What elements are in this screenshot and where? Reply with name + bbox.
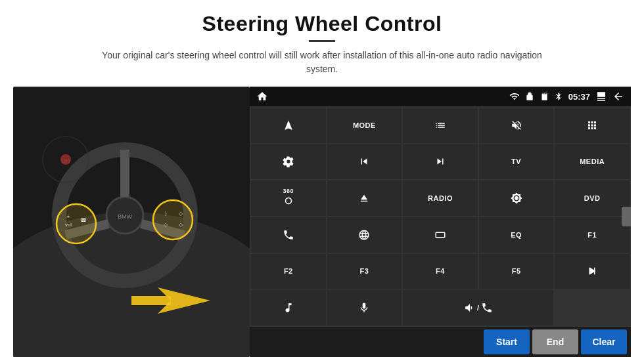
btn-mic[interactable] <box>327 290 402 326</box>
btn-f2[interactable]: F2 <box>251 254 326 289</box>
svg-point-12 <box>153 200 193 240</box>
window-icon <box>595 91 607 102</box>
bottom-bar: Start End Clear <box>250 327 631 357</box>
btn-mute[interactable] <box>479 108 554 143</box>
btn-playpause[interactable] <box>555 254 630 289</box>
radio-panel: 05:37 MODE <box>250 87 631 357</box>
btn-f5[interactable]: F5 <box>479 254 554 289</box>
status-left <box>256 91 268 102</box>
svg-text:◇: ◇ <box>179 211 183 217</box>
btn-navigate[interactable] <box>251 108 326 143</box>
page-title: Steering Wheel Control <box>26 12 618 36</box>
home-status-icon <box>256 91 268 102</box>
start-button[interactable]: Start <box>484 329 530 354</box>
scroll-handle[interactable] <box>622 207 631 226</box>
sd-card-icon <box>540 92 549 101</box>
btn-f1[interactable]: F1 <box>555 217 630 253</box>
btn-list[interactable] <box>403 108 478 143</box>
svg-text:☎: ☎ <box>80 217 87 223</box>
button-grid: MODE <box>250 106 631 327</box>
btn-f3[interactable]: F3 <box>327 254 402 289</box>
btn-eject[interactable] <box>327 180 402 216</box>
btn-tv[interactable]: TV <box>479 144 554 180</box>
svg-text:+: + <box>66 213 70 220</box>
header-section: Steering Wheel Control Your original car… <box>0 0 644 81</box>
svg-text:BMW: BMW <box>118 213 133 220</box>
svg-text:◇: ◇ <box>164 222 168 228</box>
status-bar: 05:37 <box>250 87 631 106</box>
btn-settings[interactable] <box>251 144 326 180</box>
title-divider <box>309 40 335 42</box>
btn-mode[interactable]: MODE <box>327 108 402 143</box>
subtitle: Your original car's steering wheel contr… <box>92 49 552 76</box>
svg-point-8 <box>57 204 96 243</box>
btn-apps[interactable] <box>555 108 630 143</box>
btn-eq[interactable]: EQ <box>479 217 554 253</box>
btn-phone[interactable] <box>251 217 326 253</box>
back-icon <box>612 91 624 102</box>
btn-next[interactable] <box>403 144 478 180</box>
svg-rect-22 <box>436 232 445 238</box>
btn-prev[interactable] <box>327 144 402 180</box>
bluetooth-icon <box>554 92 563 101</box>
status-time: 05:37 <box>568 92 590 102</box>
status-right: 05:37 <box>509 91 624 102</box>
btn-radio[interactable]: RADIO <box>403 180 478 216</box>
lock-icon <box>525 92 534 101</box>
svg-text:vol: vol <box>65 222 72 228</box>
btn-browse[interactable] <box>327 217 402 253</box>
svg-rect-21 <box>131 296 171 305</box>
btn-360[interactable]: 360 <box>251 180 326 216</box>
svg-point-19 <box>60 154 71 165</box>
svg-text:⟩: ⟩ <box>165 211 167 217</box>
clear-button[interactable]: Clear <box>581 329 627 354</box>
btn-f4[interactable]: F4 <box>403 254 478 289</box>
steering-wheel-image: BMW + vol ☎ ⟩ ◇ ◇ ◇ 180 <box>13 87 250 357</box>
btn-media[interactable]: MEDIA <box>555 144 630 180</box>
btn-brightness[interactable] <box>479 180 554 216</box>
content-section: BMW + vol ☎ ⟩ ◇ ◇ ◇ 180 <box>0 81 644 357</box>
btn-rect[interactable] <box>403 217 478 253</box>
page-wrapper: Steering Wheel Control Your original car… <box>0 0 644 357</box>
end-button[interactable]: End <box>532 329 578 354</box>
wifi-icon <box>509 91 520 102</box>
btn-vol-phone[interactable]: / <box>403 290 553 326</box>
svg-text:◇: ◇ <box>179 222 183 228</box>
btn-music[interactable] <box>251 290 326 326</box>
btn-dvd[interactable]: DVD <box>555 180 630 216</box>
